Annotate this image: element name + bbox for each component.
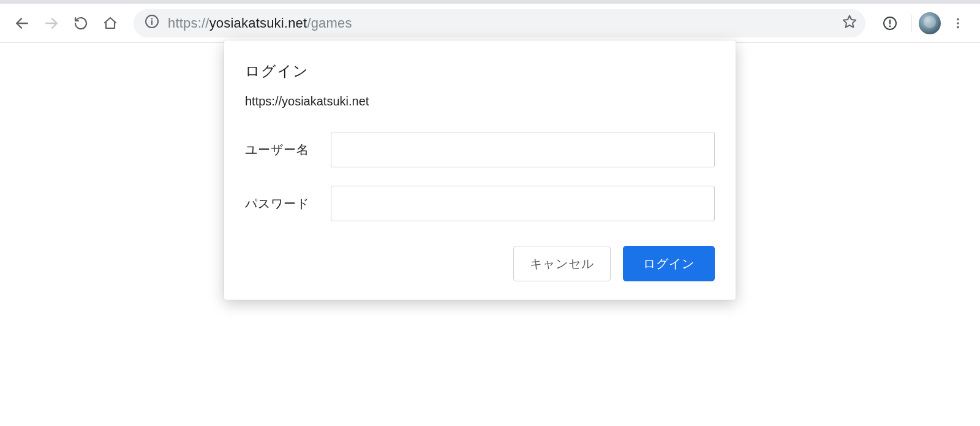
saved-passwords-button[interactable] (876, 10, 903, 37)
password-row: パスワード (245, 186, 715, 221)
dialog-origin: https://yosiakatsuki.net (245, 94, 715, 108)
username-label: ユーザー名 (245, 142, 331, 158)
username-row: ユーザー名 (245, 132, 715, 167)
dialog-title: ログイン (245, 61, 715, 81)
url-host: yosiakatsuki.net (209, 15, 307, 31)
profile-avatar[interactable] (919, 12, 941, 34)
toolbar-divider (911, 15, 911, 32)
home-button[interactable] (97, 10, 124, 37)
reload-button[interactable] (67, 10, 94, 37)
address-bar[interactable]: https://yosiakatsuki.net/games (134, 9, 865, 37)
cancel-button[interactable]: キャンセル (513, 246, 611, 281)
password-input[interactable] (331, 186, 715, 221)
toolbar-right-actions (876, 10, 971, 37)
dialog-actions: キャンセル ログイン (245, 246, 715, 281)
kebab-menu-icon (951, 17, 965, 30)
home-icon (103, 16, 118, 31)
url-path: /games (307, 15, 352, 31)
forward-icon (43, 15, 59, 31)
login-button[interactable]: ログイン (623, 246, 715, 281)
url-text: https://yosiakatsuki.net/games (168, 15, 834, 31)
svg-point-10 (957, 22, 959, 25)
back-icon (14, 15, 30, 31)
reload-icon (74, 16, 88, 31)
http-auth-dialog: ログイン https://yosiakatsuki.net ユーザー名 パスワー… (224, 40, 736, 300)
browser-toolbar: https://yosiakatsuki.net/games (0, 4, 980, 43)
svg-point-11 (957, 26, 959, 28)
username-input[interactable] (331, 132, 715, 167)
svg-point-4 (151, 18, 153, 19)
site-info-icon[interactable] (145, 14, 159, 32)
browser-menu-button[interactable] (944, 10, 971, 37)
svg-point-9 (957, 18, 959, 20)
bookmark-star-icon[interactable] (842, 14, 857, 32)
svg-point-8 (889, 25, 891, 27)
svg-marker-5 (843, 15, 856, 27)
url-protocol: https:// (168, 15, 209, 31)
password-label: パスワード (245, 196, 331, 212)
key-alert-icon (883, 16, 897, 31)
page-content: ログイン https://yosiakatsuki.net ユーザー名 パスワー… (0, 43, 980, 426)
back-button[interactable] (9, 10, 36, 37)
forward-button[interactable] (38, 10, 65, 37)
